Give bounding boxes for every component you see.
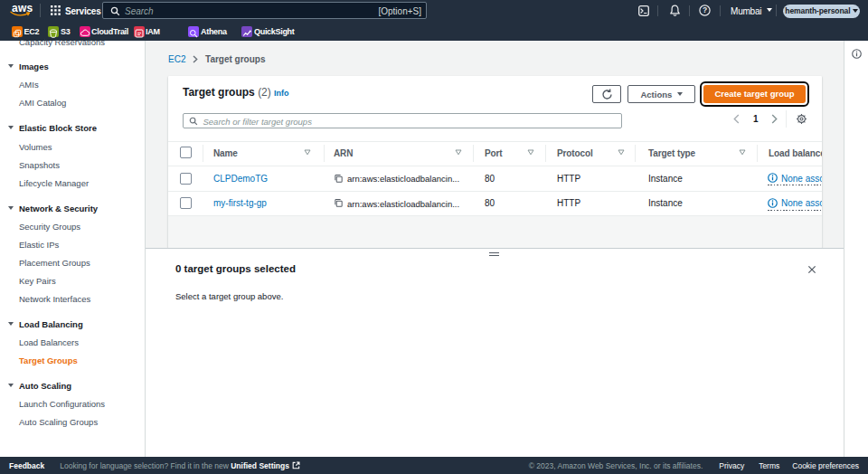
- svg-text:?: ?: [703, 5, 707, 14]
